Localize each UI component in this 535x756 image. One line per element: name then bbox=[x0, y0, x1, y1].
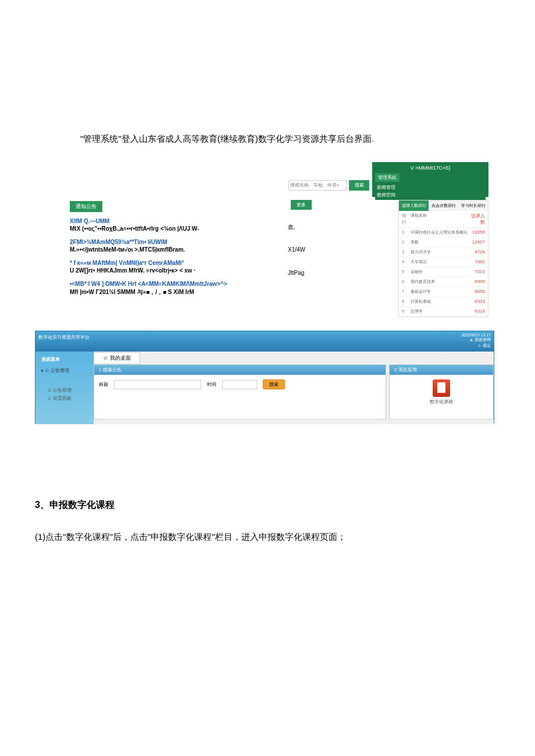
notice-title: * f к«»м MAftMm( VnMNI)aºr CemrAMaMi° bbox=[70, 260, 302, 266]
system-label[interactable]: 管理系统 bbox=[375, 173, 400, 182]
notice-title: XlfM Q.—UMM bbox=[70, 218, 302, 224]
notice-list: XlfM Q.—UMM MtX (••oς"••RoχB.,a≡••r•ttft… bbox=[70, 218, 302, 296]
screenshot-portal: 搜索 V >MMMI17C<5) 管理系统 新闻管理 教师空间 通知公告 Xlf… bbox=[70, 162, 488, 325]
nav-items: 新闻管理 教师空间 bbox=[375, 182, 486, 200]
notice-date: X1/4W bbox=[288, 246, 305, 253]
screenshot-admin: 数字化学习资源共享平台 2015/9/15 13:17 ▲ 系统管理 ☆ 退出 … bbox=[35, 331, 494, 424]
label-time: 时间 bbox=[207, 381, 216, 388]
search-button[interactable]: 搜索 bbox=[349, 180, 369, 191]
notice-desc: Mfl |m•W Γ201¾l SMMM 与»■，/，■ S XiM IrM bbox=[70, 288, 302, 296]
notice-desc: U 2W[]rτ• HHKAJmm MfrW. ≡rv<oItrj•к> < x… bbox=[70, 267, 302, 274]
search-area: 搜索 bbox=[288, 178, 369, 191]
admin-logo: 数字化学习资源共享平台 bbox=[38, 334, 90, 341]
user-info[interactable]: ▲ 系统管理 bbox=[461, 337, 491, 343]
app-icon-box[interactable]: 数字化课程 bbox=[390, 375, 493, 410]
rank-row[interactable]: 8计算机基础6323 bbox=[399, 297, 488, 307]
admin-titlebar: 数字化学习资源共享平台 2015/9/15 13:17 ▲ 系统管理 ☆ 退出 bbox=[35, 331, 494, 352]
rank-tab-enrollment[interactable]: 选课人数排行 bbox=[399, 200, 429, 211]
notice-date: 血, bbox=[288, 223, 295, 231]
rank-row[interactable]: 5金融学7313 bbox=[399, 267, 488, 277]
label-title: 标题 bbox=[99, 381, 108, 388]
rank-row[interactable]: 2高数12657 bbox=[399, 238, 488, 248]
admin-sidebar: 系统菜单 ▸ ☆ 公告管理 ☆ 公告新增 ☆ 设置面板 bbox=[35, 352, 94, 424]
ranking-tabs: 选课人数排行 点击次数排行 学习时长排行 bbox=[399, 200, 488, 211]
more-button[interactable]: 更多 bbox=[291, 200, 312, 210]
sidebar-item-notice[interactable]: ▸ ☆ 公告管理 bbox=[38, 366, 91, 375]
timestamp: 2015/9/15 13:17 bbox=[461, 333, 491, 337]
rank-row[interactable]: 1中国特色社会主义理论体系概论19259 bbox=[399, 228, 488, 238]
panel-search-notice: 1 搜索公告 标题 时间 搜索 bbox=[94, 364, 386, 420]
rank-row[interactable]: 4大学英语7982 bbox=[399, 257, 488, 267]
rank-row[interactable]: 9生理学6318 bbox=[399, 307, 488, 317]
notice-item[interactable]: 2FMI>¾MAmMQ59¾a**Tim• IiUWIM M.»•</jwtnt… bbox=[70, 239, 302, 253]
portal-header: V >MMMI17C<5) 管理系统 新闻管理 教师空间 bbox=[372, 162, 488, 197]
rank-header-row: 排行 课程名称 选课人数 bbox=[399, 211, 488, 228]
admin-body: 系统菜单 ▸ ☆ 公告管理 ☆ 公告新增 ☆ 设置面板 ☆ 我的桌面 1 搜索公… bbox=[35, 352, 494, 424]
intro-text: "管理系统"登入山东省成人高等教育(继续教育)数字化学习资源共享后台界面. bbox=[80, 134, 500, 145]
panel-header: 1 搜索公告 bbox=[94, 365, 386, 375]
digital-course-icon bbox=[433, 379, 450, 397]
input-time[interactable] bbox=[222, 380, 257, 389]
sidebar-sub-add[interactable]: ☆ 公告新增 bbox=[47, 387, 91, 393]
sidebar-header: 系统菜单 bbox=[38, 354, 91, 364]
sidebar-sub-items: ☆ 公告新增 ☆ 设置面板 bbox=[38, 387, 91, 402]
notice-header: 通知公告 bbox=[70, 201, 102, 212]
section-3-text: (1)点击"数字化课程"后，点击"申报数字化课程"栏目，进入申报数字化课程页面； bbox=[35, 526, 500, 548]
admin-panels: 1 搜索公告 标题 时间 搜索 2 系统应用 数字化 bbox=[94, 364, 494, 420]
nav-item-news[interactable]: 新闻管理 bbox=[377, 184, 484, 191]
tab-desktop[interactable]: ☆ 我的桌面 bbox=[94, 352, 140, 364]
logout-link[interactable]: ☆ 退出 bbox=[461, 343, 491, 349]
search-button[interactable]: 搜索 bbox=[263, 379, 285, 389]
admin-user-area: 2015/9/15 13:17 ▲ 系统管理 ☆ 退出 bbox=[461, 333, 491, 349]
rank-tab-duration[interactable]: 学习时长排行 bbox=[458, 200, 488, 211]
ranking-panel: 选课人数排行 点击次数排行 学习时长排行 排行 课程名称 选课人数 1中国特色社… bbox=[398, 200, 488, 317]
rank-row[interactable]: 3西方经济学8726 bbox=[399, 248, 488, 257]
col-name: 课程名称 bbox=[411, 213, 468, 225]
notice-title: •<MB* I W4 ] OMW•K Hrt <A<MM≡KAMKlMΛMmtt… bbox=[70, 281, 302, 287]
search-input[interactable] bbox=[288, 180, 347, 191]
header-top-text: V >MMMI17C<5) bbox=[375, 165, 486, 171]
rank-row[interactable]: 6现代教育技术6995 bbox=[399, 277, 488, 287]
col-count: 选课人数 bbox=[468, 213, 485, 225]
nav-item-teacher[interactable]: 教师空间 bbox=[377, 192, 484, 198]
notice-desc: M.»•</jwtntsMeM›tм√οι >.MTC5|кmflBram. bbox=[70, 246, 302, 253]
admin-main: ☆ 我的桌面 1 搜索公告 标题 时间 搜索 2 系统应用 bbox=[94, 352, 494, 424]
panel-system-apps: 2 系统应用 数字化课程 bbox=[389, 364, 494, 420]
icon-label: 数字化课程 bbox=[394, 399, 488, 405]
notice-date: JttPag bbox=[288, 270, 304, 276]
search-form: 标题 时间 搜索 bbox=[94, 375, 386, 394]
notice-box: 通知公告 XlfM Q.—UMM MtX (••oς"••RoχB.,a≡••r… bbox=[70, 200, 302, 303]
rank-tab-clicks[interactable]: 点击次数排行 bbox=[429, 200, 458, 211]
input-title[interactable] bbox=[114, 380, 201, 389]
notice-item[interactable]: •<MB* I W4 ] OMW•K Hrt <A<MM≡KAMKlMΛMmtt… bbox=[70, 281, 302, 296]
col-rank: 排行 bbox=[402, 213, 411, 225]
notice-title: 2FMI>¾MAmMQ59¾a**Tim• IiUWIM bbox=[70, 239, 302, 245]
notice-desc: MtX (••oς"••RoχB.,a≡••r•ttftA•rIrg <¾on … bbox=[70, 225, 302, 232]
rank-row[interactable]: 7基础会计学6858 bbox=[399, 287, 488, 297]
panel-header: 2 系统应用 bbox=[390, 365, 493, 375]
section-3-heading: 3、申报数字化课程 bbox=[35, 499, 500, 511]
notice-item[interactable]: XlfM Q.—UMM MtX (••oς"••RoχB.,a≡••r•ttft… bbox=[70, 218, 302, 232]
notice-item[interactable]: * f к«»м MAftMm( VnMNI)aºr CemrAMaMi° U … bbox=[70, 260, 302, 274]
sidebar-sub-settings[interactable]: ☆ 设置面板 bbox=[47, 395, 91, 402]
